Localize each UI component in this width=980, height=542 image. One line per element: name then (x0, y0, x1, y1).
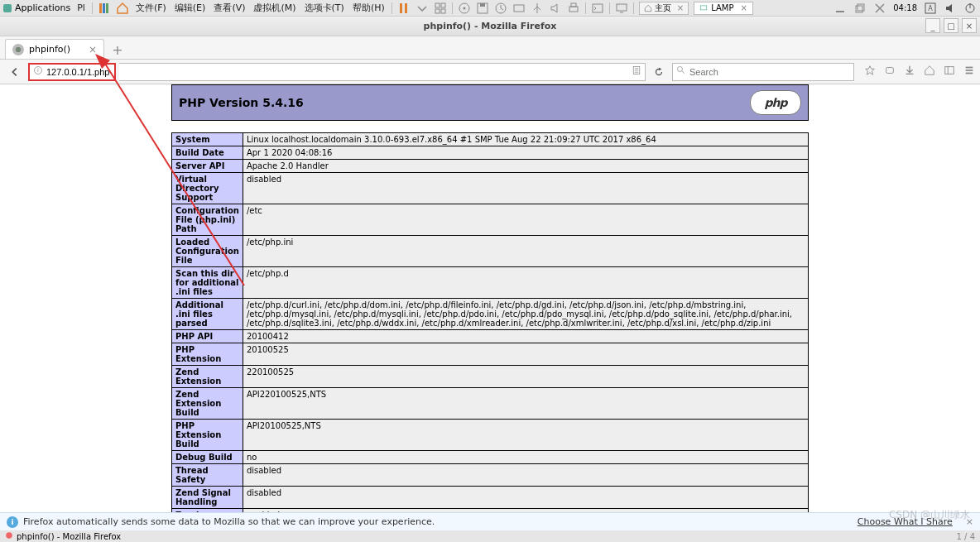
clock-text: 04:18 (893, 3, 917, 12)
svg-line-35 (682, 71, 685, 74)
svg-rect-23 (858, 4, 864, 11)
table-row: Zend Extension220100525 (172, 366, 809, 388)
applications-menu[interactable]: Applications (3, 2, 70, 13)
svg-rect-16 (571, 3, 576, 7)
table-row: SystemLinux localhost.localdomain 3.10.0… (172, 133, 809, 146)
close-tab-icon[interactable]: × (89, 44, 97, 55)
svg-point-10 (463, 7, 465, 9)
table-key: PHP Extension Build (172, 420, 243, 451)
svg-rect-2 (106, 3, 108, 13)
minimize-button[interactable]: _ (925, 18, 940, 33)
view-menu[interactable]: 查看(V) (212, 2, 247, 14)
new-tab-button[interactable]: + (108, 41, 127, 59)
download-icon[interactable] (904, 65, 915, 79)
vm-menu[interactable]: 虚拟机(M) (252, 2, 297, 14)
table-row: Loaded Configuration File/etc/php.ini (172, 236, 809, 267)
window-titlebar: phpinfo() - Mozilla Firefox _ □ × (0, 17, 980, 36)
usb-icon[interactable] (531, 2, 544, 15)
watermark: CSDN @山川绿水 (889, 508, 970, 522)
table-row: Debug Buildno (172, 451, 809, 464)
phpinfo-table: SystemLinux localhost.localdomain 3.10.0… (171, 132, 809, 512)
table-value: no (243, 451, 808, 464)
table-key: Zend Extension Build (172, 388, 243, 420)
file-menu[interactable]: 文件(F) (134, 2, 168, 14)
maximize-button[interactable]: □ (944, 18, 958, 33)
power-icon[interactable] (963, 2, 977, 15)
network-icon[interactable] (512, 2, 526, 15)
table-row: PHP Extension20100525 (172, 343, 809, 366)
table-value: 220100525 (243, 366, 808, 388)
php-logo: php (750, 90, 801, 115)
bookmark-star-icon[interactable] (864, 65, 876, 79)
table-row: Scan this dir for additional .ini files/… (172, 267, 809, 299)
workspace-pager[interactable]: 1 / 4 (957, 532, 975, 541)
window-title: phpinfo() - Mozilla Firefox (424, 21, 557, 31)
table-row: Additional .ini files parsed/etc/php.d/c… (172, 299, 809, 330)
url-input-ext (119, 63, 646, 81)
back-button[interactable] (5, 62, 25, 82)
svg-rect-5 (435, 3, 440, 7)
table-value: /etc/php.d/curl.ini, /etc/php.d/dom.ini,… (243, 299, 808, 330)
grid-icon[interactable] (434, 2, 447, 15)
svg-rect-22 (856, 6, 862, 12)
taskbar: phpinfo() - Mozilla Firefox 1 / 4 (0, 530, 980, 542)
places-menu[interactable]: Pl (75, 2, 87, 13)
reader-mode-icon[interactable] (632, 65, 641, 78)
pocket-icon[interactable] (884, 65, 896, 79)
close-window-icon[interactable] (873, 2, 886, 15)
reload-button[interactable] (649, 62, 669, 82)
home-nav-icon[interactable] (924, 65, 935, 79)
home-icon[interactable] (116, 2, 129, 15)
screen-icon[interactable] (615, 2, 628, 15)
svg-rect-17 (593, 4, 603, 12)
restore-icon[interactable] (853, 2, 867, 15)
library-icon[interactable] (98, 2, 111, 15)
info-site-icon[interactable]: i (33, 65, 43, 78)
close-button[interactable]: × (962, 18, 977, 33)
php-version-heading: PHP Version 5.4.16 (179, 96, 304, 109)
table-value: disabled (243, 464, 808, 487)
table-key: Debug Build (172, 451, 243, 464)
table-key: Build Date (172, 146, 243, 160)
table-row: Zend Signal Handlingdisabled (172, 487, 809, 509)
task-firefox-icon (5, 531, 13, 541)
table-key: Scan this dir for additional .ini files (172, 267, 243, 299)
lamp-tab[interactable]: LAMP× (694, 2, 753, 15)
terminal-icon[interactable] (591, 2, 604, 15)
disc-icon[interactable] (458, 2, 471, 15)
floppy-icon[interactable] (476, 2, 489, 15)
pause-icon[interactable] (397, 2, 411, 15)
browser-tab[interactable]: phpinfo() × (5, 39, 104, 59)
svg-rect-7 (435, 9, 440, 13)
table-key: System (172, 133, 243, 146)
printer-icon[interactable] (567, 2, 580, 15)
lamp-tab-label: LAMP (711, 3, 733, 12)
table-row: Virtual Directory Supportdisabled (172, 173, 809, 204)
audio-icon[interactable] (549, 2, 562, 15)
home-tab[interactable]: 主页× (639, 2, 689, 15)
clock-icon[interactable] (494, 2, 507, 15)
table-row: PHP API20100412 (172, 330, 809, 343)
help-menu[interactable]: 帮助(H) (351, 2, 387, 14)
input-method-icon[interactable]: A (924, 2, 937, 15)
tabs-menu[interactable]: 选项卡(T) (303, 2, 346, 14)
favicon-icon (12, 44, 24, 55)
menu-icon[interactable] (963, 65, 975, 79)
table-row: Configuration File (php.ini) Path/etc (172, 204, 809, 236)
table-value: API20100525,NTS (243, 420, 808, 451)
svg-rect-14 (514, 5, 524, 12)
table-value: /etc/php.ini (243, 236, 808, 267)
volume-icon[interactable] (944, 2, 957, 15)
svg-rect-3 (400, 3, 402, 13)
info-bar: i Firefox automatically sends some data … (0, 512, 980, 530)
sidebar-toggle-icon[interactable] (944, 65, 955, 79)
edit-menu[interactable]: 编辑(E) (173, 2, 208, 14)
svg-point-44 (6, 532, 12, 539)
minimize-icon[interactable] (833, 2, 847, 15)
chevron-down-icon[interactable] (416, 2, 429, 15)
svg-rect-8 (441, 9, 445, 13)
svg-text:i: i (37, 67, 39, 74)
table-value: disabled (243, 487, 808, 509)
task-item[interactable]: phpinfo() - Mozilla Firefox (5, 531, 121, 541)
search-input[interactable] (689, 67, 850, 77)
